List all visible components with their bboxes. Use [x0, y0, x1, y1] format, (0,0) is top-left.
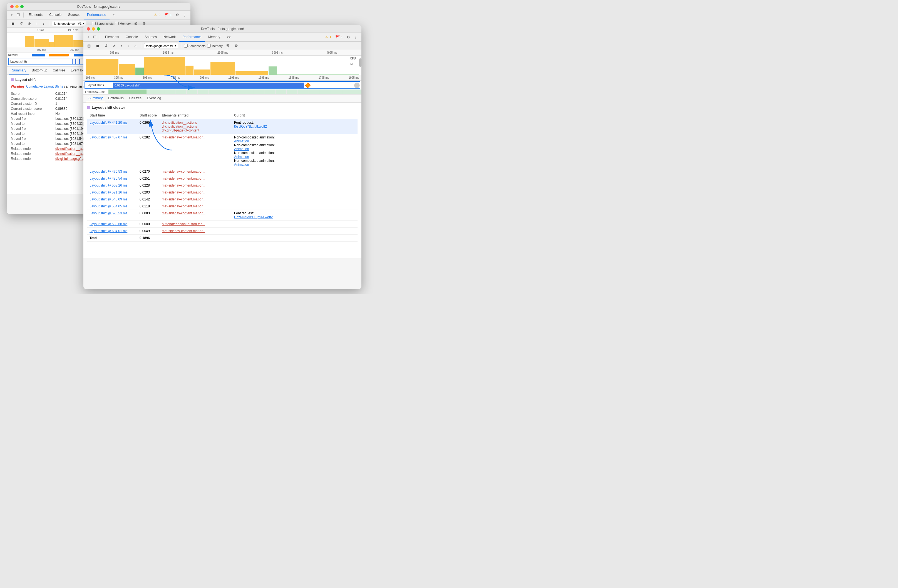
row6-el[interactable]: mat-sidenav-content.mat-dr... [162, 191, 205, 194]
more-icon-1[interactable]: ⋮ [181, 12, 188, 18]
warning-icon-2[interactable]: ⚠ 1 [323, 34, 333, 40]
row3-start[interactable]: Layout shift @ 470.53 ms [89, 169, 127, 174]
table-row-4: Layout shift @ 486.54 ms 0.0251 mat-side… [87, 175, 358, 182]
more-icon-2[interactable]: ⋮ [352, 34, 359, 40]
tab-more-1[interactable]: » [109, 11, 118, 20]
tab-memory-2[interactable]: Memory [205, 33, 223, 42]
row4-start[interactable]: Layout shift @ 486.54 ms [89, 177, 127, 180]
upload-btn-2[interactable]: ↑ [119, 43, 124, 49]
tab-performance-1[interactable]: Performance [84, 11, 109, 20]
settings2-icon-2[interactable]: ⚙ [233, 43, 240, 49]
url-selector-2[interactable]: fonts.google.com #1 ▾ [144, 43, 178, 48]
memory-label-2: Memory [212, 44, 223, 48]
row3-el[interactable]: mat-sidenav-content.mat-dr... [162, 169, 205, 174]
tab-console-1[interactable]: Console [46, 11, 65, 20]
frames-row: Frames 67.1 ms [83, 89, 361, 94]
close-button-2[interactable] [87, 27, 90, 31]
error-icon-1[interactable]: 🚩 1 [163, 12, 174, 18]
error-icon-2[interactable]: 🚩 1 [334, 34, 344, 40]
screenshots-checkbox-2[interactable] [184, 44, 188, 48]
row1-culprit-link-1[interactable]: t5sJIQcYNI...IUI.woff2 [234, 125, 355, 128]
call-tree-tab-2[interactable]: Call tree [126, 94, 145, 102]
total-culprit [232, 235, 358, 242]
row7-start[interactable]: Layout shift @ 545.09 ms [89, 197, 127, 201]
record-btn-1[interactable]: ⏺ [9, 20, 16, 27]
upload-btn-1[interactable]: ↑ [34, 20, 40, 27]
panel-icon-2[interactable]: ▤ [86, 43, 92, 49]
reload-btn-2[interactable]: ↺ [103, 43, 109, 49]
row11-el[interactable]: mat-sidenav-content.mat-dr... [162, 229, 205, 233]
summary-tab-2[interactable]: Summary [86, 94, 105, 102]
home-btn-2[interactable]: ⌂ [132, 43, 138, 49]
download-btn-1[interactable]: ↓ [41, 20, 46, 27]
moved-to-1-label: Moved to [11, 122, 55, 126]
inspector-icon-2[interactable]: ☐ [91, 34, 98, 40]
memory-toggle-2[interactable]: Memory [207, 44, 223, 48]
row5-start[interactable]: Layout shift @ 503.26 ms [89, 183, 127, 187]
bottom-up-tab-2[interactable]: Bottom-up [105, 94, 126, 102]
tab-sources-2[interactable]: Sources [141, 33, 160, 42]
row10-el[interactable]: button#feedback-button.fee... [162, 222, 205, 226]
devtools-window-2: DevTools - fonts.google.com/ ⌖ ☐ Element… [83, 25, 361, 289]
tab-elements-2[interactable]: Elements [102, 33, 122, 42]
tab-performance-2[interactable]: Performance [179, 33, 205, 42]
row9-font-link[interactable]: HhzMU5Ak9u...p9M.woff2 [234, 215, 355, 219]
row5-el[interactable]: mat-sidenav-content.mat-dr... [162, 183, 205, 187]
row9-start[interactable]: Layout shift @ 570.53 ms [89, 211, 127, 215]
row11-start[interactable]: Layout shift @ 604.01 ms [89, 229, 127, 233]
row2-anim-1[interactable]: Animation [234, 139, 355, 143]
tab-network-2[interactable]: Network [160, 33, 179, 42]
scroll-indicator[interactable] [354, 83, 360, 88]
row8-start[interactable]: Layout shift @ 554.05 ms [89, 204, 127, 208]
network-icon-2[interactable]: ⛓ [224, 43, 231, 49]
cls-link-1[interactable]: Cumulative Layout Shifts [26, 85, 63, 88]
row1-el-3[interactable]: div.gf-full-page.gf-content [162, 128, 230, 132]
layout-shifts-row-2[interactable]: Layout shifts 0.0269 Layout shift [85, 81, 360, 89]
tabs-1: Elements Console Sources Performance » [25, 11, 118, 20]
tab-elements-1[interactable]: Elements [25, 11, 46, 20]
screenshots-toggle-2[interactable]: Screenshots [184, 44, 206, 48]
row7-el[interactable]: mat-sidenav-content.mat-dr... [162, 197, 205, 201]
scrollbar-thumb-2[interactable] [359, 58, 361, 67]
tab-sources-1[interactable]: Sources [65, 11, 84, 20]
row2-start-time[interactable]: Layout shift @ 457.07 ms [89, 135, 127, 139]
clear-btn-2[interactable]: ⊘ [111, 43, 117, 49]
record-btn-2[interactable]: ⏺ [94, 43, 101, 49]
minimize-button-2[interactable] [92, 27, 95, 31]
row1-el-2[interactable]: div.notification__actions [162, 125, 230, 128]
maximize-button-2[interactable] [97, 27, 100, 31]
clear-btn-1[interactable]: ⊘ [26, 20, 32, 27]
cursor-icon-2[interactable]: ⌖ [86, 34, 91, 41]
row2-el-1[interactable]: mat-sidenav-content.mat-dr... [162, 135, 205, 139]
tab-more-2[interactable]: >> [223, 33, 234, 42]
row2-anim-2[interactable]: Animation [234, 147, 355, 151]
inspector-icon[interactable]: ☐ [15, 12, 22, 18]
url-selector-1[interactable]: fonts.google.com #1 ▾ [52, 21, 86, 26]
minimize-button-1[interactable] [15, 5, 18, 8]
screenshots-label-2: Screenshots [189, 44, 206, 48]
row6-start[interactable]: Layout shift @ 521.16 ms [89, 191, 127, 194]
summary-tab-1[interactable]: Summary [9, 67, 29, 74]
row2-anim-3[interactable]: Animation [234, 155, 355, 159]
call-tree-tab-1[interactable]: Call tree [50, 67, 68, 74]
cursor-icon[interactable]: ⌖ [9, 12, 14, 18]
row9-el[interactable]: mat-sidenav-content.mat-dr... [162, 211, 205, 215]
row6-culprit [232, 189, 358, 196]
warning-icon-1[interactable]: ⚠ 2 [152, 12, 162, 18]
row8-el[interactable]: mat-sidenav-content.mat-dr... [162, 204, 205, 208]
event-log-tab-2[interactable]: Event log [144, 94, 164, 102]
bottom-up-tab-1[interactable]: Bottom-up [29, 67, 50, 74]
row2-anim-4[interactable]: Animation [234, 163, 355, 166]
tab-console-2[interactable]: Console [122, 33, 141, 42]
close-button-1[interactable] [10, 5, 14, 8]
settings-icon-1[interactable]: ⚙ [174, 12, 181, 18]
maximize-button-1[interactable] [20, 5, 24, 8]
settings-icon-2[interactable]: ⚙ [345, 34, 352, 40]
row4-el[interactable]: mat-sidenav-content.mat-dr... [162, 177, 205, 180]
download-btn-2[interactable]: ↓ [126, 43, 131, 49]
row1-el-1[interactable]: div.notification__actions [162, 121, 230, 125]
memory-checkbox-2[interactable] [207, 44, 211, 48]
row10-start[interactable]: Layout shift @ 588.68 ms [89, 222, 127, 226]
reload-btn-1[interactable]: ↺ [18, 20, 25, 27]
row1-start-time[interactable]: Layout shift @ 441.20 ms [89, 121, 127, 125]
